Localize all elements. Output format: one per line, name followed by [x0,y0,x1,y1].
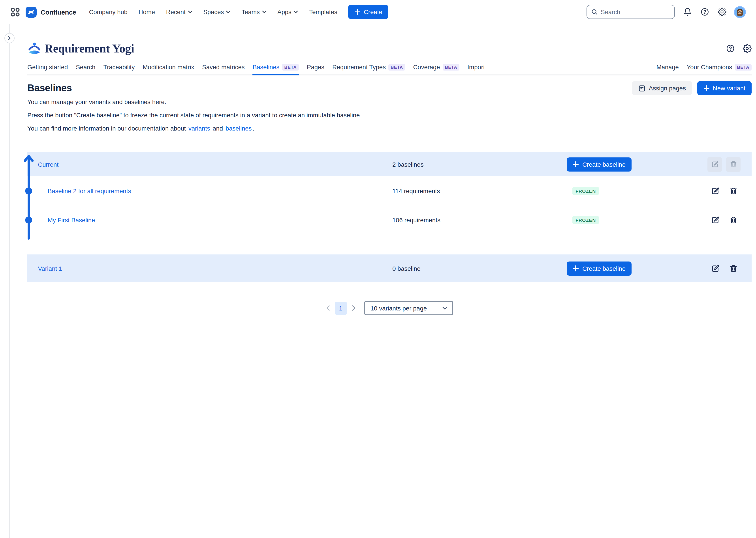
create-button[interactable]: Create [348,5,389,19]
edit-pencil-icon [711,216,720,225]
variant-link[interactable]: Variant 1 [38,265,62,272]
tab-getting-started[interactable]: Getting started [28,64,68,75]
baseline-link[interactable]: Baseline 2 for all requirements [48,188,131,194]
pagination: 1 10 variants per page [28,301,752,315]
edit-pencil-icon [711,187,720,195]
chevron-down-icon [188,11,192,13]
frozen-badge: FROZEN [572,216,599,224]
chevron-right-icon [8,36,12,40]
assign-pages-button[interactable]: Assign pages [632,81,692,95]
nav-item-recent[interactable]: Recent [166,8,192,16]
tab-import[interactable]: Import [468,64,485,75]
page: Confluence Company hub Home Recent Space… [0,0,756,538]
avatar[interactable] [734,6,746,18]
sidebar-expand-button[interactable] [4,33,15,43]
beta-badge: BETA [443,64,460,70]
edit-pencil-icon [711,264,720,273]
tab-modification-matrix[interactable]: Modification matrix [143,64,194,75]
variants-doc-link[interactable]: variants [188,125,210,132]
per-page-select[interactable]: 10 variants per page [364,301,453,315]
tab-search[interactable]: Search [76,64,95,75]
tab-baselines[interactable]: BaselinesBETA [253,64,299,76]
baseline-link[interactable]: My First Baseline [48,217,95,224]
trash-icon [729,160,737,168]
edit-button-disabled [708,157,722,172]
confluence-logo[interactable] [26,6,36,18]
nav-item-company-hub[interactable]: Company hub [89,8,127,16]
table-row-baseline-2: Baseline 2 for all requirements 114 requ… [28,176,752,205]
nav-item-apps[interactable]: Apps [278,8,298,16]
requirement-count: 114 requirements [392,188,440,194]
search-box [587,5,675,19]
nav-item-teams[interactable]: Teams [242,8,266,16]
delete-button[interactable] [729,187,738,195]
edit-button[interactable] [711,216,720,225]
nav-item-templates[interactable]: Templates [309,8,338,16]
gear-icon[interactable] [718,8,726,16]
page-number-button[interactable]: 1 [335,301,346,315]
tab-requirement-types[interactable]: Requirement TypesBETA [332,64,405,75]
previous-page-icon[interactable] [326,305,330,311]
delete-button-disabled [726,157,740,172]
description-line-2: Press the button "Create baseline" to fr… [28,111,752,120]
beta-badge: BETA [282,64,299,70]
chevron-down-icon [262,11,266,13]
baseline-count: 0 baseline [392,265,420,272]
chevron-down-icon [294,11,298,13]
app-header: Requirement Yogi [28,40,752,56]
variants-table: Current 2 baselines Create baseline Base… [28,152,752,285]
plus-icon [354,9,361,15]
frozen-badge: FROZEN [572,187,599,195]
page-title: Baselines [28,82,72,94]
tab-pages[interactable]: Pages [307,64,324,75]
plus-icon [573,265,579,272]
requirement-yogi-logo [28,42,41,55]
variant-link[interactable]: Current [38,161,58,168]
trash-icon [729,216,738,225]
tab-saved-matrices[interactable]: Saved matrices [202,64,245,75]
tab-your-champions[interactable]: Your ChampionsBETA [687,64,752,75]
tab-coverage[interactable]: CoverageBETA [413,64,460,75]
edit-button[interactable] [711,187,720,195]
table-row-variant-1: Variant 1 0 baseline Create baseline [28,254,752,282]
plus-icon [704,85,710,91]
tab-traceability[interactable]: Traceability [103,64,135,75]
brand-name[interactable]: Confluence [40,8,76,16]
delete-button[interactable] [729,264,738,273]
requirement-count: 106 requirements [392,217,440,224]
collapsed-sidebar-divider [9,24,10,538]
trash-icon [729,187,738,195]
search-icon [592,8,598,16]
edit-button[interactable] [711,264,720,273]
notifications-bell-icon[interactable] [683,8,692,16]
description-line-3: You can find more information in our doc… [28,124,752,133]
create-baseline-button[interactable]: Create baseline [567,261,632,275]
top-navigation: Confluence Company hub Home Recent Space… [0,0,756,24]
tab-manage[interactable]: Manage [657,64,679,75]
trash-icon [729,264,738,273]
edit-pencil-icon [711,160,719,168]
table-row-my-first-baseline: My First Baseline 106 requirements FROZE… [28,205,752,235]
assign-pages-icon [638,84,646,92]
plus-icon [573,161,579,168]
app-settings-gear-icon[interactable] [743,44,752,53]
app-help-icon[interactable] [726,44,735,53]
delete-button[interactable] [729,216,738,225]
search-input[interactable] [600,8,670,16]
primary-nav: Company hub Home Recent Spaces Teams App… [89,8,337,16]
help-icon[interactable] [700,8,709,16]
baseline-count: 2 baselines [392,161,424,168]
app-switcher-icon[interactable] [11,7,20,17]
chevron-down-icon [226,11,230,13]
next-page-icon[interactable] [351,305,355,311]
beta-badge: BETA [735,64,752,70]
create-baseline-button[interactable]: Create baseline [567,157,632,171]
nav-item-home[interactable]: Home [139,8,155,16]
variant-timeline-graphic [23,154,34,242]
nav-item-spaces[interactable]: Spaces [203,8,230,16]
new-variant-button[interactable]: New variant [697,81,752,95]
baselines-doc-link[interactable]: baselines [225,125,252,132]
chevron-down-icon [442,306,447,310]
table-row-current-variant: Current 2 baselines Create baseline [28,152,752,176]
description-line-1: You can manage your variants and baselin… [28,98,752,106]
